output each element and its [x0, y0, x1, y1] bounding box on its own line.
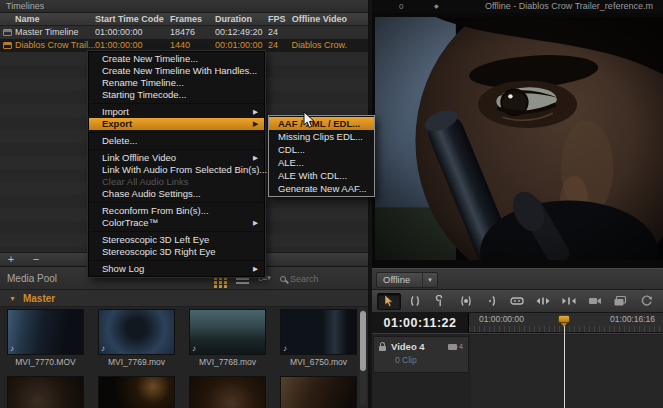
clip-filename: MVI_6750.mov: [273, 357, 358, 367]
audio-note-icon: ♪: [192, 344, 196, 353]
submenu-arrow-icon: ▶: [253, 118, 258, 130]
camera-tool-button[interactable]: [583, 293, 607, 310]
viewer-badge[interactable]: 0: [399, 0, 403, 13]
export-submenu: AAF / XML / EDL... Missing Clips EDL... …: [268, 115, 375, 197]
half-bracket-tool-button[interactable]: [480, 293, 504, 310]
multicam-tool-button[interactable]: [608, 293, 632, 310]
clip-item[interactable]: ♪ MVI_7770.MOV: [0, 310, 91, 367]
timeline-tracks-area: Video 4 4 0 Clip: [372, 333, 663, 408]
submenu-item-generate-new-aaf[interactable]: Generate New AAF...: [269, 182, 374, 195]
offline-mode-dropdown[interactable]: Offline ▼: [376, 272, 438, 288]
viewer-mode-icon[interactable]: ◆: [434, 0, 439, 13]
menu-item-stereo-left-eye[interactable]: Stereoscopic 3D Left Eye: [89, 234, 264, 246]
clip-item[interactable]: [0, 377, 91, 408]
offline-mode-label: Offline: [377, 274, 410, 285]
cell-fps: 24: [268, 26, 278, 39]
video-frame-image: [375, 17, 663, 260]
sync-tool-button[interactable]: [634, 293, 658, 310]
track-header-video4[interactable]: Video 4 4 0 Clip: [373, 336, 469, 373]
search-box[interactable]: [280, 274, 360, 284]
clip-thumbnail[interactable]: [8, 377, 83, 408]
monitor-icon[interactable]: [448, 344, 457, 350]
playhead-line[interactable]: [564, 322, 565, 408]
slide-tool-button[interactable]: [557, 293, 581, 310]
menu-item-starting-timecode[interactable]: Starting Timecode...: [89, 89, 264, 101]
clip-item[interactable]: [182, 377, 273, 408]
menu-item-export[interactable]: Export▶: [89, 118, 264, 130]
submenu-arrow-icon: ▶: [253, 106, 258, 118]
col-frames[interactable]: Frames: [170, 13, 202, 26]
chevron-down-icon[interactable]: ▼: [422, 273, 437, 287]
submenu-arrow-icon: ▶: [253, 217, 258, 229]
slip-tool-button[interactable]: [531, 293, 555, 310]
grid-view-icon[interactable]: [214, 277, 217, 280]
submenu-item-ale-with-cdl[interactable]: ALE With CDL...: [269, 169, 374, 182]
disclosure-triangle-icon[interactable]: ▼: [9, 295, 16, 302]
bin-row-master[interactable]: ▼Master: [0, 290, 368, 307]
search-icon: [280, 276, 286, 282]
timecode-row: 01:00:11:22 01:00:00:00 01:00:16:16: [372, 313, 663, 333]
submenu-item-cdl[interactable]: CDL...: [269, 143, 374, 156]
clip-thumbnail[interactable]: ♪: [99, 310, 174, 354]
menu-item-rename-timeline[interactable]: Rename Timeline...: [89, 77, 264, 89]
lock-icon[interactable]: [379, 346, 386, 351]
menu-item-show-log[interactable]: Show Log▶: [89, 263, 264, 275]
clip-item[interactable]: [273, 377, 358, 408]
menu-item-delete[interactable]: Delete...: [89, 135, 264, 147]
col-fps[interactable]: FPS: [268, 13, 286, 26]
timelines-column-header[interactable]: Name Start Time Code Frames Duration FPS…: [0, 13, 368, 26]
menu-item-link-with-audio[interactable]: Link With Audio From Selected Bin(s)...: [89, 164, 264, 176]
track-lane-video4[interactable]: [471, 335, 663, 408]
blade-tool-button[interactable]: [505, 293, 529, 310]
add-timeline-button[interactable]: +: [0, 253, 22, 266]
playhead-marker[interactable]: [558, 315, 570, 323]
viewer-clip-title: Offline - Diablos Crow Trailer_reference…: [485, 0, 653, 13]
selection-range-tool-button[interactable]: [454, 293, 478, 310]
viewer-stage: [372, 13, 663, 268]
col-start[interactable]: Start Time Code: [95, 13, 164, 26]
submenu-item-ale[interactable]: ALE...: [269, 156, 374, 169]
scrollbar[interactable]: [360, 309, 366, 406]
col-offline[interactable]: Offline Video: [292, 13, 347, 26]
cell-fps: 24: [268, 39, 278, 52]
clip-thumbnail[interactable]: [99, 377, 174, 408]
clip-filename: MVI_7770.MOV: [0, 357, 91, 367]
clip-item[interactable]: ♪ MVI_7769.mov: [91, 310, 182, 367]
col-duration[interactable]: Duration: [215, 13, 252, 26]
clip-item[interactable]: ♪ MVI_6750.mov: [273, 310, 358, 367]
submenu-arrow-icon: ▶: [253, 152, 258, 164]
razor-tool-button[interactable]: [428, 293, 452, 310]
clip-item[interactable]: ♪ MVI_7768.mov: [182, 310, 273, 367]
menu-item-stereo-right-eye[interactable]: Stereoscopic 3D Right Eye: [89, 246, 264, 258]
timelines-panel-title: Timelines: [0, 0, 368, 13]
menu-item-link-offline-video[interactable]: Link Offline Video▶: [89, 152, 264, 164]
ruler-end-timecode: 01:00:16:16: [610, 314, 655, 324]
pointer-tool-button[interactable]: [377, 293, 401, 310]
clip-thumbnail[interactable]: [281, 377, 356, 408]
cell-duration: 00:12:49:20: [215, 26, 263, 39]
submenu-item-aaf-xml-edl[interactable]: AAF / XML / EDL...: [269, 117, 374, 130]
clip-thumbnail[interactable]: ♪: [281, 310, 356, 354]
menu-item-colortrace[interactable]: ColorTrace™▶: [89, 217, 264, 229]
col-name[interactable]: Name: [15, 13, 40, 26]
remove-timeline-button[interactable]: −: [25, 253, 47, 266]
menu-item-create-new-timeline[interactable]: Create New Timeline...: [89, 53, 264, 65]
submenu-item-missing-clips-edl[interactable]: Missing Clips EDL...: [269, 130, 374, 143]
menu-item-chase-audio-settings[interactable]: Chase Audio Settings...: [89, 188, 264, 200]
clip-thumbnail[interactable]: [190, 377, 265, 408]
ruler-start-timecode: 01:00:00:00: [479, 314, 524, 324]
menu-item-create-with-handles[interactable]: Create New Timeline With Handles...: [89, 65, 264, 77]
search-input[interactable]: [290, 274, 360, 284]
menu-item-import[interactable]: Import▶: [89, 106, 264, 118]
bin-label: Master: [23, 293, 55, 304]
menu-separator: [90, 260, 263, 261]
clip-thumbnail[interactable]: ♪: [8, 310, 83, 354]
clip-item[interactable]: [91, 377, 182, 408]
clip-thumbnail[interactable]: ♪: [190, 310, 265, 354]
cell-name: Master Timeline: [15, 26, 79, 39]
table-row-master-timeline[interactable]: Master Timeline 01:00:00:00 18476 00:12:…: [0, 26, 368, 39]
submenu-arrow-icon: ▶: [253, 263, 258, 275]
scrollbar-thumb[interactable]: [360, 311, 366, 371]
menu-item-reconform-from-bins[interactable]: Reconform From Bin(s)...: [89, 205, 264, 217]
trim-mode-tool-button[interactable]: [403, 293, 427, 310]
